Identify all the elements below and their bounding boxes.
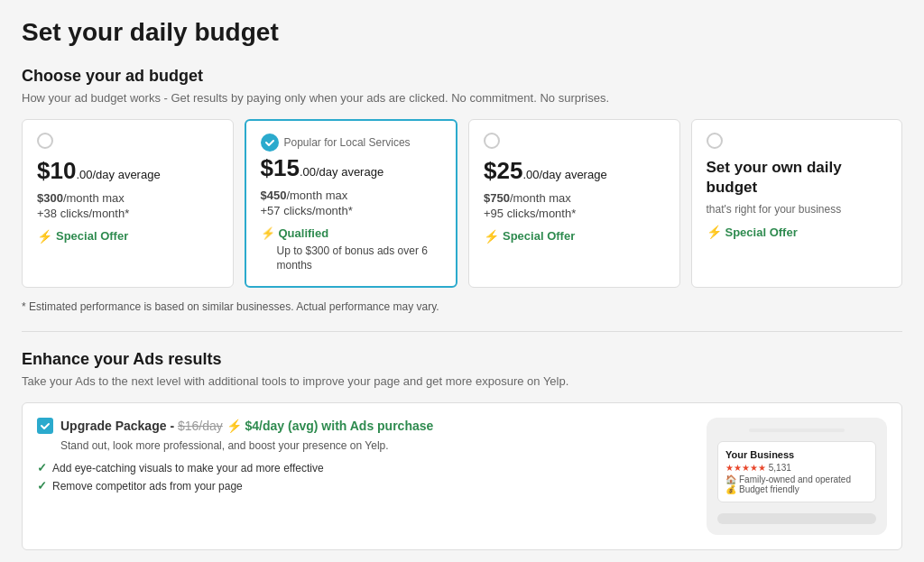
biz-tag-label-1: Family-owned and operated — [739, 474, 851, 484]
month-max-25: $750/month max — [484, 191, 665, 205]
qualified-badge-15: ⚡ Qualified — [261, 226, 442, 240]
qualified-label-15: Qualified — [279, 226, 329, 240]
business-card-mock: Your Business ★★★★★ 5,131 🏠 Family-owned… — [717, 441, 876, 502]
upgrade-feature-label-1: Add eye-catching visuals to make your ad… — [52, 462, 324, 474]
clicks-10: +38 clicks/month* — [37, 207, 218, 220]
disclaimer: * Estimated performance is based on simi… — [22, 300, 902, 313]
special-offer-10: ⚡ Special Offer — [37, 229, 218, 244]
biz-tag-2: 💰 Budget friendly — [725, 484, 868, 494]
section-divider — [22, 331, 902, 332]
price-line-15: $15.00/day average — [261, 155, 442, 181]
upgrade-header: Upgrade Package - $16/day ⚡ $4/day (avg)… — [37, 418, 688, 434]
budget-card-custom[interactable]: Set your own daily budget that's right f… — [691, 119, 903, 288]
bolt-icon-15: ⚡ — [261, 226, 275, 240]
biz-name: Your Business — [725, 449, 868, 460]
upgrade-strike-price: $16/day — [178, 419, 223, 433]
clicks-25: +95 clicks/month* — [484, 207, 665, 220]
enhance-right: Your Business ★★★★★ 5,131 🏠 Family-owned… — [707, 418, 887, 535]
upgrade-title: Upgrade Package - $16/day ⚡ $4/day (avg)… — [60, 419, 433, 433]
month-max-10: $300/month max — [37, 191, 218, 205]
budget-card-10[interactable]: $10.00/day average $300/month max +38 cl… — [22, 119, 234, 288]
upgrade-feature-label-2: Remove competitor ads from your page — [52, 480, 243, 493]
enhance-section-title: Enhance your Ads results — [22, 350, 902, 369]
page-container: Set your daily budget Choose your ad bud… — [0, 0, 924, 562]
checkmark-badge-15: Popular for Local Services — [261, 134, 442, 152]
budget-card-15[interactable]: Popular for Local Services $15.00/day av… — [245, 119, 458, 288]
special-offer-label-custom: Special Offer — [725, 226, 798, 239]
radio-custom — [707, 133, 723, 149]
phone-mockup: Your Business ★★★★★ 5,131 🏠 Family-owned… — [707, 418, 887, 535]
check-icon-2: ✓ — [37, 479, 47, 493]
family-icon: 🏠 — [725, 474, 736, 484]
month-max-15: $450/month max — [261, 189, 442, 202]
budget-section-title: Choose your ad budget — [22, 67, 902, 86]
qualified-desc-15: Up to $300 of bonus ads over 6 months — [277, 244, 442, 274]
upgrade-feature-1: ✓ Add eye-catching visuals to make your … — [37, 461, 688, 474]
biz-stars: ★★★★★ 5,131 — [725, 463, 868, 473]
budget-icon: 💰 — [725, 484, 736, 494]
upgrade-desc: Stand out, look more professional, and b… — [60, 439, 688, 452]
budget-section: Choose your ad budget How your ad budget… — [22, 67, 902, 313]
check-icon-1: ✓ — [37, 461, 47, 474]
special-offer-label-25: Special Offer — [503, 229, 575, 243]
upgrade-checkbox[interactable] — [37, 418, 53, 434]
price-line-10: $10.00/day average — [37, 158, 218, 184]
special-offer-25: ⚡ Special Offer — [484, 229, 665, 244]
custom-budget-title: Set your own daily budget — [707, 158, 888, 198]
price-period-10: .00/day average — [76, 168, 160, 181]
price-big-25: $25 — [484, 157, 522, 184]
enhance-card: Upgrade Package - $16/day ⚡ $4/day (avg)… — [22, 402, 902, 550]
price-big-15: $15 — [261, 154, 300, 181]
page-title: Set your daily budget — [22, 18, 902, 47]
budget-card-25[interactable]: $25.00/day average $750/month max +95 cl… — [468, 119, 680, 288]
budget-section-subtitle: How your ad budget works - Get results b… — [22, 91, 902, 105]
budget-cards: $10.00/day average $300/month max +38 cl… — [22, 119, 902, 288]
price-big-10: $10 — [37, 157, 76, 184]
radio-25 — [484, 133, 500, 149]
enhance-left: Upgrade Package - $16/day ⚡ $4/day (avg)… — [37, 418, 688, 497]
bolt-icon-10: ⚡ — [37, 229, 52, 244]
price-period-15: .00/day average — [300, 165, 383, 179]
special-offer-custom: ⚡ Special Offer — [707, 225, 888, 239]
enhance-section-subtitle: Take your Ads to the next level with add… — [22, 374, 902, 388]
checkmark-circle-15 — [261, 134, 279, 152]
clicks-15: +57 clicks/month* — [261, 204, 442, 217]
price-period-25: .00/day average — [522, 168, 606, 181]
bolt-icon-25: ⚡ — [484, 229, 499, 244]
radio-10 — [37, 133, 53, 149]
biz-tag-label-2: Budget friendly — [739, 484, 799, 494]
enhance-section: Enhance your Ads results Take your Ads t… — [22, 350, 902, 550]
upgrade-feature-2: ✓ Remove competitor ads from your page — [37, 479, 688, 493]
custom-budget-sub: that's right for your business — [707, 203, 888, 216]
price-line-25: $25.00/day average — [484, 158, 665, 184]
bolt-icon-custom: ⚡ — [707, 225, 722, 239]
biz-tag-1: 🏠 Family-owned and operated — [725, 474, 868, 484]
upgrade-discounted-price: ⚡ $4/day (avg) with Ads purchase — [226, 419, 434, 433]
special-offer-label-10: Special Offer — [56, 229, 128, 243]
popular-label-15: Popular for Local Services — [284, 136, 411, 149]
